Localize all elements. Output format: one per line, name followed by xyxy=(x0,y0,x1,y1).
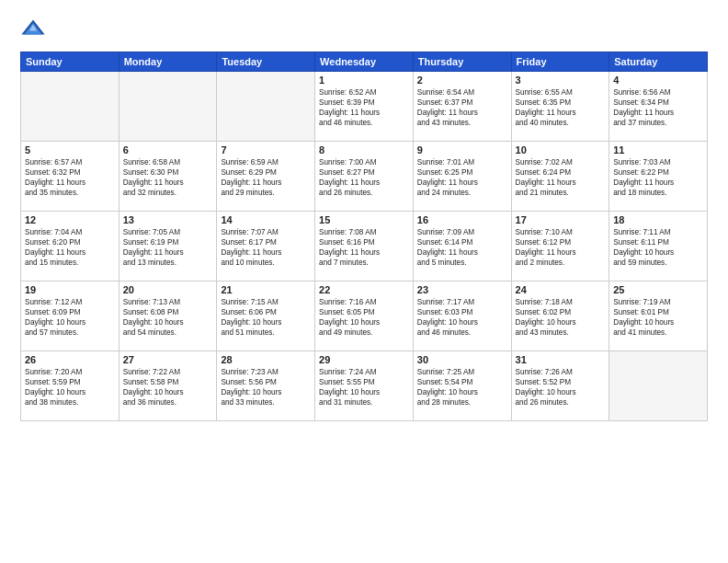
calendar-cell xyxy=(609,351,708,421)
day-number: 20 xyxy=(123,284,213,295)
day-number: 18 xyxy=(613,214,703,225)
day-info: Sunrise: 7:09 AM Sunset: 6:14 PM Dayligh… xyxy=(417,227,507,268)
calendar-cell: 1Sunrise: 6:52 AM Sunset: 6:39 PM Daylig… xyxy=(315,72,414,142)
calendar-cell: 31Sunrise: 7:26 AM Sunset: 5:52 PM Dayli… xyxy=(511,351,609,421)
week-row-5: 26Sunrise: 7:20 AM Sunset: 5:59 PM Dayli… xyxy=(21,351,708,421)
day-info: Sunrise: 7:12 AM Sunset: 6:09 PM Dayligh… xyxy=(25,297,115,338)
calendar-cell: 3Sunrise: 6:55 AM Sunset: 6:35 PM Daylig… xyxy=(511,72,609,142)
day-info: Sunrise: 7:23 AM Sunset: 5:56 PM Dayligh… xyxy=(221,367,311,408)
weekday-header-monday: Monday xyxy=(119,52,217,72)
calendar-cell: 29Sunrise: 7:24 AM Sunset: 5:55 PM Dayli… xyxy=(315,351,414,421)
day-number: 21 xyxy=(221,284,311,295)
day-number: 22 xyxy=(319,284,409,295)
day-number: 29 xyxy=(319,354,409,365)
weekday-header-row: SundayMondayTuesdayWednesdayThursdayFrid… xyxy=(21,52,708,72)
calendar-cell xyxy=(119,72,217,142)
day-number: 11 xyxy=(613,144,703,155)
page: SundayMondayTuesdayWednesdayThursdayFrid… xyxy=(0,0,728,563)
calendar-cell: 24Sunrise: 7:18 AM Sunset: 6:02 PM Dayli… xyxy=(511,282,609,351)
day-info: Sunrise: 7:19 AM Sunset: 6:01 PM Dayligh… xyxy=(613,297,703,338)
calendar-cell: 4Sunrise: 6:56 AM Sunset: 6:34 PM Daylig… xyxy=(609,72,708,142)
day-info: Sunrise: 7:13 AM Sunset: 6:08 PM Dayligh… xyxy=(123,297,213,338)
calendar-cell: 6Sunrise: 6:58 AM Sunset: 6:30 PM Daylig… xyxy=(119,142,217,212)
calendar-cell: 7Sunrise: 6:59 AM Sunset: 6:29 PM Daylig… xyxy=(217,142,315,212)
calendar-cell: 8Sunrise: 7:00 AM Sunset: 6:27 PM Daylig… xyxy=(315,142,414,212)
day-info: Sunrise: 7:01 AM Sunset: 6:25 PM Dayligh… xyxy=(417,157,507,198)
day-number: 6 xyxy=(123,144,213,155)
calendar-cell: 13Sunrise: 7:05 AM Sunset: 6:19 PM Dayli… xyxy=(119,212,217,282)
calendar-cell: 25Sunrise: 7:19 AM Sunset: 6:01 PM Dayli… xyxy=(609,282,708,351)
weekday-header-tuesday: Tuesday xyxy=(217,52,315,72)
day-number: 4 xyxy=(613,75,703,86)
calendar-cell: 11Sunrise: 7:03 AM Sunset: 6:22 PM Dayli… xyxy=(609,142,708,212)
calendar-cell: 21Sunrise: 7:15 AM Sunset: 6:06 PM Dayli… xyxy=(217,282,315,351)
day-info: Sunrise: 7:22 AM Sunset: 5:58 PM Dayligh… xyxy=(123,367,213,408)
day-info: Sunrise: 7:18 AM Sunset: 6:02 PM Dayligh… xyxy=(516,297,606,338)
day-number: 1 xyxy=(319,75,409,86)
day-info: Sunrise: 6:56 AM Sunset: 6:34 PM Dayligh… xyxy=(613,87,703,128)
day-info: Sunrise: 7:00 AM Sunset: 6:27 PM Dayligh… xyxy=(319,157,409,198)
calendar-cell: 14Sunrise: 7:07 AM Sunset: 6:17 PM Dayli… xyxy=(217,212,315,282)
calendar-cell: 20Sunrise: 7:13 AM Sunset: 6:08 PM Dayli… xyxy=(119,282,217,351)
calendar-cell: 5Sunrise: 6:57 AM Sunset: 6:32 PM Daylig… xyxy=(21,142,119,212)
day-info: Sunrise: 7:16 AM Sunset: 6:05 PM Dayligh… xyxy=(319,297,409,338)
day-number: 28 xyxy=(221,354,311,365)
day-info: Sunrise: 6:52 AM Sunset: 6:39 PM Dayligh… xyxy=(319,87,409,128)
day-number: 15 xyxy=(319,214,409,225)
week-row-2: 5Sunrise: 6:57 AM Sunset: 6:32 PM Daylig… xyxy=(21,142,708,212)
day-info: Sunrise: 6:58 AM Sunset: 6:30 PM Dayligh… xyxy=(123,157,213,198)
day-info: Sunrise: 7:11 AM Sunset: 6:11 PM Dayligh… xyxy=(613,227,703,268)
day-number: 19 xyxy=(25,284,115,295)
calendar-cell: 19Sunrise: 7:12 AM Sunset: 6:09 PM Dayli… xyxy=(21,282,119,351)
day-info: Sunrise: 6:57 AM Sunset: 6:32 PM Dayligh… xyxy=(25,157,115,198)
day-number: 3 xyxy=(516,75,606,86)
header xyxy=(20,17,708,42)
day-number: 24 xyxy=(516,284,606,295)
day-number: 23 xyxy=(417,284,507,295)
day-number: 13 xyxy=(123,214,213,225)
calendar-cell: 17Sunrise: 7:10 AM Sunset: 6:12 PM Dayli… xyxy=(511,212,609,282)
day-info: Sunrise: 7:17 AM Sunset: 6:03 PM Dayligh… xyxy=(417,297,507,338)
day-info: Sunrise: 7:25 AM Sunset: 5:54 PM Dayligh… xyxy=(417,367,507,408)
day-number: 8 xyxy=(319,144,409,155)
week-row-1: 1Sunrise: 6:52 AM Sunset: 6:39 PM Daylig… xyxy=(21,72,708,142)
day-info: Sunrise: 7:26 AM Sunset: 5:52 PM Dayligh… xyxy=(516,367,606,408)
week-row-3: 12Sunrise: 7:04 AM Sunset: 6:20 PM Dayli… xyxy=(21,212,708,282)
day-number: 27 xyxy=(123,354,213,365)
day-info: Sunrise: 7:04 AM Sunset: 6:20 PM Dayligh… xyxy=(25,227,115,268)
week-row-4: 19Sunrise: 7:12 AM Sunset: 6:09 PM Dayli… xyxy=(21,282,708,351)
day-number: 14 xyxy=(221,214,311,225)
day-number: 5 xyxy=(25,144,115,155)
calendar-cell: 23Sunrise: 7:17 AM Sunset: 6:03 PM Dayli… xyxy=(413,282,511,351)
day-number: 31 xyxy=(516,354,606,365)
calendar-cell: 18Sunrise: 7:11 AM Sunset: 6:11 PM Dayli… xyxy=(609,212,708,282)
day-number: 16 xyxy=(417,214,507,225)
day-number: 7 xyxy=(221,144,311,155)
calendar-cell xyxy=(21,72,119,142)
day-number: 25 xyxy=(613,284,703,295)
day-info: Sunrise: 6:59 AM Sunset: 6:29 PM Dayligh… xyxy=(221,157,311,198)
day-number: 17 xyxy=(516,214,606,225)
calendar-cell: 9Sunrise: 7:01 AM Sunset: 6:25 PM Daylig… xyxy=(413,142,511,212)
calendar: SundayMondayTuesdayWednesdayThursdayFrid… xyxy=(20,52,708,421)
calendar-cell: 28Sunrise: 7:23 AM Sunset: 5:56 PM Dayli… xyxy=(217,351,315,421)
calendar-cell: 30Sunrise: 7:25 AM Sunset: 5:54 PM Dayli… xyxy=(413,351,511,421)
calendar-cell: 2Sunrise: 6:54 AM Sunset: 6:37 PM Daylig… xyxy=(413,72,511,142)
day-info: Sunrise: 7:15 AM Sunset: 6:06 PM Dayligh… xyxy=(221,297,311,338)
day-info: Sunrise: 7:03 AM Sunset: 6:22 PM Dayligh… xyxy=(613,157,703,198)
logo xyxy=(20,17,50,42)
calendar-cell: 27Sunrise: 7:22 AM Sunset: 5:58 PM Dayli… xyxy=(119,351,217,421)
calendar-cell: 22Sunrise: 7:16 AM Sunset: 6:05 PM Dayli… xyxy=(315,282,414,351)
logo-icon xyxy=(20,17,46,42)
day-number: 9 xyxy=(417,144,507,155)
day-number: 12 xyxy=(25,214,115,225)
day-number: 2 xyxy=(417,75,507,86)
calendar-cell: 26Sunrise: 7:20 AM Sunset: 5:59 PM Dayli… xyxy=(21,351,119,421)
weekday-header-thursday: Thursday xyxy=(413,52,511,72)
day-info: Sunrise: 6:55 AM Sunset: 6:35 PM Dayligh… xyxy=(516,87,606,128)
calendar-cell: 12Sunrise: 7:04 AM Sunset: 6:20 PM Dayli… xyxy=(21,212,119,282)
day-info: Sunrise: 7:07 AM Sunset: 6:17 PM Dayligh… xyxy=(221,227,311,268)
day-info: Sunrise: 7:20 AM Sunset: 5:59 PM Dayligh… xyxy=(25,367,115,408)
day-info: Sunrise: 7:10 AM Sunset: 6:12 PM Dayligh… xyxy=(516,227,606,268)
weekday-header-wednesday: Wednesday xyxy=(315,52,414,72)
